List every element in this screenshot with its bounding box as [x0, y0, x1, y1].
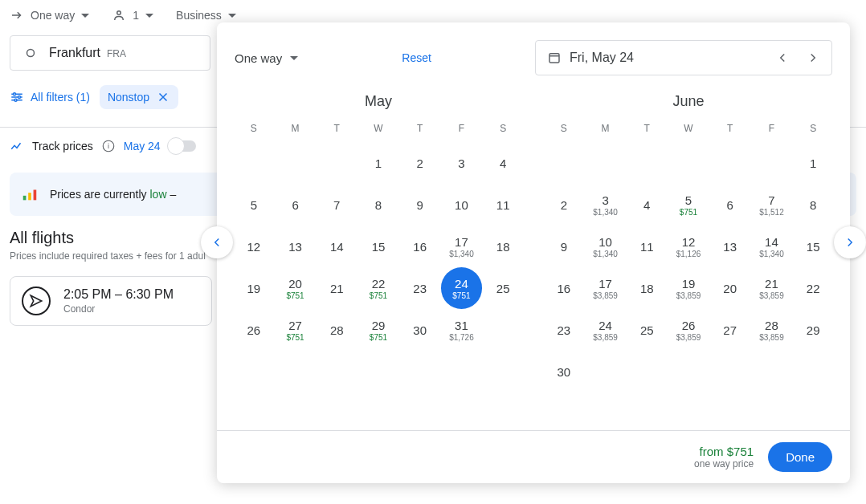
- calendar-day[interactable]: 12$1,126: [668, 226, 709, 267]
- day-number: 19: [682, 277, 696, 291]
- nonstop-chip[interactable]: Nonstop: [100, 85, 178, 109]
- calendar-day[interactable]: 27$751: [275, 309, 317, 351]
- calendar-day[interactable]: 28$3,859: [751, 309, 793, 351]
- calendar-day[interactable]: 11: [626, 226, 668, 267]
- calendar-day[interactable]: 5: [233, 184, 275, 226]
- calendar-day[interactable]: 14: [316, 226, 357, 267]
- next-month-button[interactable]: [834, 226, 866, 258]
- calendar-day[interactable]: 22$751: [357, 267, 399, 309]
- calendar-day[interactable]: 21$3,859: [751, 267, 793, 309]
- calendar-day[interactable]: 23: [543, 309, 585, 351]
- chevron-down-icon: [290, 56, 298, 60]
- calendar-day[interactable]: 10: [441, 184, 483, 226]
- calendar-day[interactable]: 4: [626, 184, 668, 226]
- calendar-day[interactable]: 9: [399, 184, 441, 226]
- calendar-day[interactable]: 23: [399, 267, 441, 309]
- calendar-day[interactable]: 1: [357, 142, 399, 184]
- calendar-day[interactable]: 28: [316, 309, 357, 351]
- day-price: $751: [452, 291, 470, 300]
- reset-button[interactable]: Reset: [402, 51, 431, 64]
- calendar-day[interactable]: 2: [543, 184, 585, 226]
- day-number: 28: [330, 323, 344, 337]
- calendar-day[interactable]: 1: [792, 142, 834, 184]
- calendar-day[interactable]: 18: [482, 226, 524, 267]
- calendar-day[interactable]: 8: [357, 184, 399, 226]
- month-title: June: [543, 93, 834, 110]
- calendar-day[interactable]: 31$1,726: [441, 309, 483, 351]
- calendar-day[interactable]: 25: [482, 267, 524, 309]
- nonstop-label: Nonstop: [108, 91, 149, 104]
- calendar-day[interactable]: 20$751: [275, 267, 317, 309]
- calendar-day[interactable]: 11: [482, 184, 524, 226]
- all-filters-button[interactable]: All filters (1): [10, 90, 90, 104]
- cabin-dropdown[interactable]: Business: [176, 9, 236, 22]
- calendar-day[interactable]: 7$1,512: [751, 184, 793, 226]
- trip-type-dropdown[interactable]: One way: [10, 8, 89, 22]
- calendar-day[interactable]: 2: [399, 142, 441, 184]
- calendar-day[interactable]: 26$3,859: [668, 309, 709, 351]
- calendar-day[interactable]: 6: [709, 184, 751, 226]
- calendar-day[interactable]: 14$1,340: [751, 226, 793, 267]
- weekday-label: M: [275, 123, 317, 142]
- calendar-day[interactable]: 27: [709, 309, 751, 351]
- calendar-day[interactable]: 26: [233, 309, 275, 351]
- day-number: 4: [500, 156, 506, 170]
- flight-result-row[interactable]: 2:05 PM – 6:30 PM Condor: [10, 276, 212, 326]
- day-number: 27: [288, 319, 302, 332]
- day-number: 20: [723, 282, 737, 295]
- calendar-day[interactable]: 9: [543, 226, 585, 267]
- calendar-day[interactable]: 20: [709, 267, 751, 309]
- calendar-day[interactable]: 29$751: [357, 309, 399, 351]
- passengers-dropdown[interactable]: 1: [112, 8, 153, 22]
- calendar-day[interactable]: 10$1,340: [585, 226, 627, 267]
- close-icon[interactable]: [156, 90, 170, 104]
- calendar-day[interactable]: 13: [275, 226, 317, 267]
- chevron-right-icon[interactable]: [806, 51, 820, 65]
- calendar-day[interactable]: 29: [792, 309, 834, 351]
- done-button[interactable]: Done: [768, 442, 832, 472]
- day-number: 21: [765, 277, 778, 291]
- calendar-day[interactable]: 8: [792, 184, 834, 226]
- calendar-day[interactable]: 17$3,859: [585, 267, 627, 309]
- calendar-day[interactable]: 24$3,859: [585, 309, 627, 351]
- info-icon[interactable]: i: [101, 139, 116, 153]
- calendar-day[interactable]: 7: [316, 184, 357, 226]
- day-number: 1: [375, 156, 382, 170]
- track-toggle[interactable]: [169, 140, 196, 152]
- calendar-day[interactable]: 16: [399, 226, 441, 267]
- calendar-day[interactable]: 5$751: [668, 184, 709, 226]
- calendar-day[interactable]: 4: [482, 142, 524, 184]
- calendar-day[interactable]: 30: [543, 351, 585, 392]
- svg-point-2: [14, 93, 16, 96]
- calendar-day[interactable]: 22: [792, 267, 834, 309]
- day-price: $751: [370, 291, 387, 300]
- day-price: $1,340: [759, 250, 784, 258]
- prev-month-button[interactable]: [201, 226, 233, 258]
- calendar-day[interactable]: 18: [626, 267, 668, 309]
- calendar-day[interactable]: 13: [709, 226, 751, 267]
- calendar-day[interactable]: 15: [792, 226, 834, 267]
- calendar-day[interactable]: 21: [316, 267, 357, 309]
- calendar-day[interactable]: 6: [275, 184, 317, 226]
- dp-trip-type-dropdown[interactable]: One way: [235, 51, 298, 65]
- calendar-day[interactable]: 25: [626, 309, 668, 351]
- origin-input[interactable]: Frankfurt FRA: [10, 35, 210, 71]
- airline-name: Condor: [63, 303, 174, 315]
- calendar-day[interactable]: 24$751: [441, 267, 483, 309]
- calendar-day[interactable]: 15: [357, 226, 399, 267]
- chevron-left-icon[interactable]: [775, 51, 790, 65]
- price-bars-icon: [21, 185, 39, 203]
- calendar-day[interactable]: 16: [543, 267, 585, 309]
- day-price: $1,726: [449, 333, 474, 342]
- calendar-day[interactable]: 3: [441, 142, 483, 184]
- calendar-day[interactable]: 19$3,859: [668, 267, 709, 309]
- calendar-day[interactable]: 30: [399, 309, 441, 351]
- calendar-day[interactable]: 12: [233, 226, 275, 267]
- calendar-month: JuneSMTWTFS123$1,34045$75167$1,5128910$1…: [543, 93, 834, 427]
- calendar-day[interactable]: 17$1,340: [441, 226, 483, 267]
- condor-icon: [28, 293, 44, 309]
- day-number: 10: [455, 198, 468, 212]
- calendar-day[interactable]: 19: [233, 267, 275, 309]
- calendar-day[interactable]: 3$1,340: [585, 184, 627, 226]
- selected-date-box[interactable]: Fri, May 24: [535, 40, 832, 75]
